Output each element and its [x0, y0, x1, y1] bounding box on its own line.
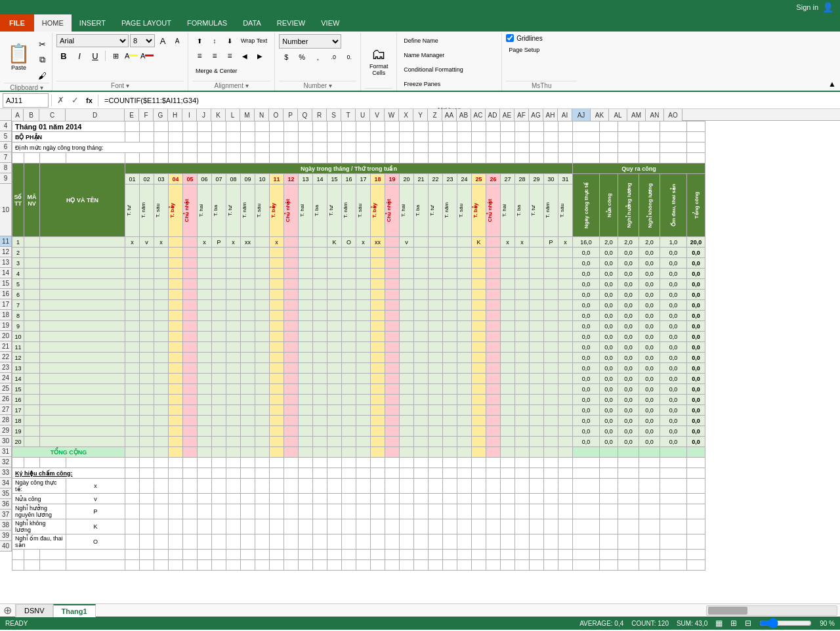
copy-button[interactable]: ⧉ — [35, 53, 49, 67]
row-num-18[interactable]: 18 — [0, 310, 12, 320]
row-num-11[interactable]: 11 — [0, 236, 12, 247]
row-num-34[interactable]: 34 — [0, 478, 12, 489]
dec-dec-button[interactable]: 0. — [342, 51, 356, 64]
col-header-AM[interactable]: AM — [627, 109, 646, 121]
row-num-23[interactable]: 23 — [0, 362, 12, 373]
tab-insert[interactable]: INSERT — [72, 14, 114, 32]
tab-file[interactable]: FILE — [0, 14, 34, 32]
row-num-32[interactable]: 32 — [0, 457, 12, 468]
indent-inc-button[interactable]: ▶ — [253, 49, 267, 62]
col-header-AF[interactable]: AF — [514, 109, 529, 121]
horizontal-scrollbar[interactable] — [706, 605, 837, 616]
col-header-AG[interactable]: AG — [529, 109, 543, 121]
col-header-AB[interactable]: AB — [457, 109, 471, 121]
format-painter-button[interactable]: 🖌 — [35, 68, 49, 83]
col-header-AO[interactable]: AO — [664, 109, 682, 121]
col-header-N[interactable]: N — [255, 109, 269, 121]
row-num-27[interactable]: 27 — [0, 404, 12, 415]
col-header-G[interactable]: G — [154, 109, 168, 121]
border-button[interactable]: ⊞ — [108, 49, 123, 62]
col-header-H[interactable]: H — [168, 109, 182, 121]
row-num-4[interactable]: 4 — [0, 121, 12, 131]
col-header-P[interactable]: P — [284, 109, 298, 121]
row-num-9[interactable]: 9 — [0, 173, 12, 184]
col-header-F[interactable]: F — [139, 109, 154, 121]
align-bottom-button[interactable]: ⬇ — [222, 34, 237, 47]
name-manager-button[interactable]: Name Manager — [401, 49, 447, 62]
col-header-Q[interactable]: Q — [298, 109, 312, 121]
col-header-Y[interactable]: Y — [413, 109, 428, 121]
col-header-AI[interactable]: AI — [558, 109, 572, 121]
row-num-38[interactable]: 38 — [0, 520, 12, 531]
tab-formulas[interactable]: FORMULAS — [179, 14, 235, 32]
tab-view[interactable]: VIEW — [313, 14, 347, 32]
col-header-O[interactable]: O — [269, 109, 284, 121]
row-num-6[interactable]: 6 — [0, 142, 12, 152]
font-color-button[interactable]: A — [140, 49, 154, 62]
ribbon-collapse-button[interactable]: ▲ — [826, 77, 839, 91]
row-num-14[interactable]: 14 — [0, 268, 12, 278]
row-num-36[interactable]: 36 — [0, 499, 12, 510]
col-header-A[interactable]: A — [12, 109, 24, 121]
col-header-AD[interactable]: AD — [486, 109, 500, 121]
format-cells-button[interactable]: 🗂 Format Cells — [367, 43, 391, 79]
row-num-5[interactable]: 5 — [0, 131, 12, 142]
col-header-L[interactable]: L — [226, 109, 240, 121]
row-num-30[interactable]: 30 — [0, 436, 12, 446]
row-num-24[interactable]: 24 — [0, 373, 12, 383]
col-header-W[interactable]: W — [385, 109, 399, 121]
indent-dec-button[interactable]: ◀ — [238, 49, 252, 62]
tab-dsnv[interactable]: DSNV — [16, 604, 53, 617]
row-num-28[interactable]: 28 — [0, 415, 12, 425]
view-normal-button[interactable]: ▦ — [715, 619, 723, 628]
row-num-22[interactable]: 22 — [0, 352, 12, 362]
view-page-break-button[interactable]: ⊟ — [745, 619, 751, 628]
row-num-33[interactable]: 33 — [0, 468, 12, 478]
row-num-37[interactable]: 37 — [0, 510, 12, 520]
row-num-25[interactable]: 25 — [0, 383, 12, 394]
define-name-button[interactable]: Define Name — [401, 34, 441, 47]
row-num-13[interactable]: 13 — [0, 257, 12, 268]
row-num-16[interactable]: 16 — [0, 289, 12, 299]
row-num-29[interactable]: 29 — [0, 425, 12, 436]
row-num-26[interactable]: 26 — [0, 394, 12, 404]
align-right-button[interactable]: ≡ — [222, 49, 237, 62]
row-num-10[interactable]: 10 — [0, 184, 12, 236]
tab-home[interactable]: HOME — [34, 14, 72, 32]
font-name-select[interactable]: Arial — [56, 34, 129, 47]
formula-input[interactable]: =COUNTIF($E11:$AI11;G34) — [101, 93, 837, 108]
row-num-15[interactable]: 15 — [0, 278, 12, 289]
col-header-I[interactable]: I — [182, 109, 197, 121]
row-num-12[interactable]: 12 — [0, 247, 12, 257]
col-header-C[interactable]: C — [39, 109, 66, 121]
bold-button[interactable]: B — [56, 49, 71, 62]
col-header-X[interactable]: X — [399, 109, 413, 121]
cell-reference-input[interactable]: AJ11 — [3, 93, 49, 108]
align-center-button[interactable]: ≡ — [207, 49, 222, 62]
row-num-35[interactable]: 35 — [0, 489, 12, 499]
zoom-slider[interactable] — [759, 619, 812, 627]
row-num-21[interactable]: 21 — [0, 341, 12, 352]
col-header-AE[interactable]: AE — [500, 109, 514, 121]
col-header-U[interactable]: U — [356, 109, 370, 121]
row-num-19[interactable]: 19 — [0, 320, 12, 331]
confirm-formula-icon[interactable]: ✓ — [69, 95, 81, 106]
col-header-B[interactable]: B — [24, 109, 39, 121]
col-header-AC[interactable]: AC — [471, 109, 486, 121]
align-top-button[interactable]: ⬆ — [192, 34, 207, 47]
row-num-31[interactable]: 31 — [0, 446, 12, 457]
decrease-font-button[interactable]: A — [171, 34, 184, 47]
col-header-AN[interactable]: AN — [646, 109, 664, 121]
view-layout-button[interactable]: ⊞ — [730, 619, 737, 628]
cancel-formula-icon[interactable]: ✗ — [54, 95, 66, 106]
cut-button[interactable]: ✂ — [35, 37, 49, 51]
underline-button[interactable]: U — [88, 49, 102, 62]
wrap-text-button[interactable]: Wrap Text — [238, 34, 270, 47]
row-num-7[interactable]: 7 — [0, 152, 12, 163]
sign-in-label[interactable]: Sign in — [796, 3, 818, 11]
col-header-T[interactable]: T — [341, 109, 356, 121]
row-num-39[interactable]: 39 — [0, 531, 12, 541]
italic-button[interactable]: I — [72, 49, 87, 62]
col-header-K[interactable]: K — [211, 109, 226, 121]
insert-function-icon[interactable]: fx — [83, 95, 95, 106]
